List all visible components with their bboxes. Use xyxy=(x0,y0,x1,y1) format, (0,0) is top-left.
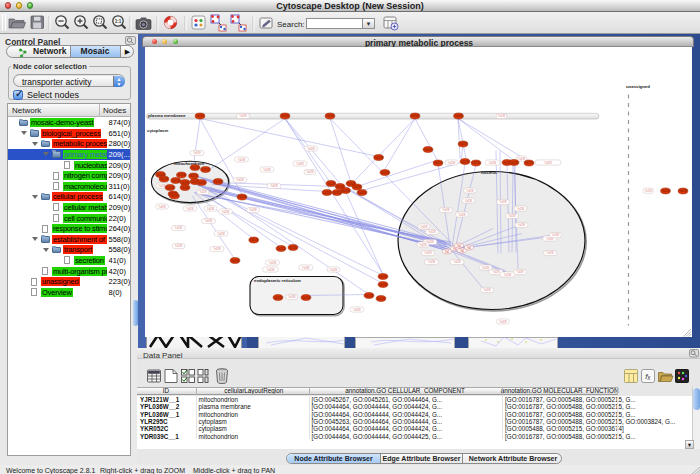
svg-text:cytoplasm: cytoplasm xyxy=(147,127,168,132)
svg-text:Yxl2W: Yxl2W xyxy=(465,198,473,202)
svg-text:mitochondrion: mitochondrion xyxy=(174,160,204,165)
svg-text:Yxl2W: Yxl2W xyxy=(193,151,201,155)
svg-text:Yb21W: Yb21W xyxy=(374,155,383,159)
svg-text:nucleus: nucleus xyxy=(481,169,498,174)
svg-text:Yxl2W: Yxl2W xyxy=(199,190,207,194)
svg-text:Yxl2W: Yxl2W xyxy=(222,209,230,213)
svg-text:Yxl2W: Yxl2W xyxy=(504,272,512,276)
svg-text:Yxl2W: Yxl2W xyxy=(306,170,314,174)
svg-text:fₓ: fₓ xyxy=(645,372,650,381)
svg-text:Yb21W: Yb21W xyxy=(353,185,362,189)
svg-text:Yxl2W: Yxl2W xyxy=(238,157,246,161)
svg-text:Yxl2W: Yxl2W xyxy=(544,160,552,164)
svg-text:Yxl2W: Yxl2W xyxy=(419,242,427,246)
svg-text:Yxl2W: Yxl2W xyxy=(236,178,244,182)
svg-text:Yxl2W: Yxl2W xyxy=(442,208,450,212)
svg-text:Yxl2W: Yxl2W xyxy=(186,206,194,210)
svg-text:Yb21W: Yb21W xyxy=(472,161,481,165)
svg-text:Yb2: Yb2 xyxy=(467,245,472,249)
svg-text:Yb21W: Yb21W xyxy=(171,178,180,182)
svg-text:Yb21W: Yb21W xyxy=(277,246,286,250)
svg-text:Yxl2W: Yxl2W xyxy=(499,200,507,204)
svg-text:Yxl2W: Yxl2W xyxy=(448,160,456,164)
svg-text:Yb21W: Yb21W xyxy=(249,238,258,242)
svg-text:Yb2: Yb2 xyxy=(445,249,450,253)
svg-text:Yb21W: Yb21W xyxy=(189,174,198,178)
svg-text:Yb21W: Yb21W xyxy=(181,180,190,184)
svg-text:Yxl2W: Yxl2W xyxy=(492,270,500,274)
svg-text:Yxl2W: Yxl2W xyxy=(498,114,506,118)
svg-text:Yxl2W: Yxl2W xyxy=(288,295,296,299)
svg-text:Yb21W: Yb21W xyxy=(365,293,374,297)
svg-text:Yxl2W: Yxl2W xyxy=(205,219,213,223)
svg-text:Yb21W: Yb21W xyxy=(459,142,468,146)
svg-text:Yb21W: Yb21W xyxy=(333,190,342,194)
svg-text:Yxl2W: Yxl2W xyxy=(239,114,247,118)
svg-text:Yxl2W: Yxl2W xyxy=(217,231,225,235)
svg-text:Yxl2W: Yxl2W xyxy=(466,188,474,192)
svg-text:Yxl2W: Yxl2W xyxy=(483,288,491,292)
svg-text:Yb21W: Yb21W xyxy=(358,190,367,194)
svg-text:Yb21W: Yb21W xyxy=(377,296,386,300)
svg-text:Yb21W: Yb21W xyxy=(341,188,350,192)
svg-text:Yxl2W: Yxl2W xyxy=(249,208,257,212)
svg-text:Yb21W: Yb21W xyxy=(454,114,463,118)
svg-text:Yb21W: Yb21W xyxy=(197,180,206,184)
svg-text:Yxl2W: Yxl2W xyxy=(267,267,275,271)
svg-text:Yb21W: Yb21W xyxy=(201,167,210,171)
svg-text:Yxl2W: Yxl2W xyxy=(517,206,525,210)
svg-text:Yxl2W: Yxl2W xyxy=(270,184,278,188)
svg-text:Yxl2W: Yxl2W xyxy=(482,265,490,269)
svg-text:Yb21W: Yb21W xyxy=(181,185,190,189)
svg-text:Yb21W: Yb21W xyxy=(381,170,390,174)
svg-text:Yxl2W: Yxl2W xyxy=(428,260,436,264)
svg-text:Yb21W: Yb21W xyxy=(434,161,443,165)
svg-text:Yb21W: Yb21W xyxy=(196,114,205,118)
svg-text:Yxl2W: Yxl2W xyxy=(546,251,554,255)
svg-text:Yxl2W: Yxl2W xyxy=(428,230,436,234)
svg-text:Yb21W: Yb21W xyxy=(281,114,290,118)
svg-text:unassigned: unassigned xyxy=(626,83,650,88)
svg-text:Yxl2W: Yxl2W xyxy=(269,260,277,264)
svg-text:Yb21W: Yb21W xyxy=(326,114,335,118)
svg-text:Yxl2W: Yxl2W xyxy=(645,188,653,192)
svg-text:Yxl2W: Yxl2W xyxy=(158,204,166,208)
svg-text:Yxl2W: Yxl2W xyxy=(213,247,221,251)
svg-text:Yxl2W: Yxl2W xyxy=(207,206,215,210)
svg-text:1:1: 1:1 xyxy=(115,19,122,24)
svg-text:Yb21W: Yb21W xyxy=(238,195,247,199)
svg-text:Yb21W: Yb21W xyxy=(166,185,175,189)
svg-text:Yb21W: Yb21W xyxy=(327,181,336,185)
svg-text:Yxl2W: Yxl2W xyxy=(175,244,183,248)
svg-text:Yb21W: Yb21W xyxy=(160,177,169,181)
svg-text:Yxl2W: Yxl2W xyxy=(420,224,428,228)
svg-text:Yxl2W: Yxl2W xyxy=(175,226,183,230)
svg-text:Yb21W: Yb21W xyxy=(170,194,179,198)
svg-text:Yb21W: Yb21W xyxy=(411,114,420,118)
svg-text:Yb21W: Yb21W xyxy=(379,282,388,286)
svg-text:Yb21W: Yb21W xyxy=(289,245,298,249)
svg-text:Yb21W: Yb21W xyxy=(191,165,200,169)
svg-text:Yxl2W: Yxl2W xyxy=(458,212,466,216)
svg-text:Yxl2W: Yxl2W xyxy=(353,307,361,311)
svg-text:Yxl2W: Yxl2W xyxy=(296,161,304,165)
svg-text:Yb21W: Yb21W xyxy=(323,190,332,194)
svg-text:Yb21W: Yb21W xyxy=(679,189,688,193)
svg-text:Yxl2W: Yxl2W xyxy=(552,233,560,237)
svg-text:Yb21W: Yb21W xyxy=(214,179,223,183)
svg-text:plasma membrane: plasma membrane xyxy=(148,113,186,118)
svg-text:Yb21W: Yb21W xyxy=(525,161,534,165)
svg-text:Yxl2W: Yxl2W xyxy=(489,160,497,164)
svg-text:Yxl2W: Yxl2W xyxy=(518,156,526,160)
svg-text:Yxl2W: Yxl2W xyxy=(302,265,310,269)
svg-text:Yb21W: Yb21W xyxy=(424,147,433,151)
svg-text:Yxl2W: Yxl2W xyxy=(263,167,271,171)
svg-text:Yxl2W: Yxl2W xyxy=(453,260,461,264)
svg-text:Yxl2W: Yxl2W xyxy=(424,251,432,255)
svg-text:Yb21W: Yb21W xyxy=(379,274,388,278)
svg-text:Yxl2W: Yxl2W xyxy=(330,267,338,271)
svg-text:Yb21W: Yb21W xyxy=(461,159,470,163)
svg-text:Yb21W: Yb21W xyxy=(177,173,186,177)
svg-text:Yxl2W: Yxl2W xyxy=(518,223,526,227)
svg-text:Yb21W: Yb21W xyxy=(231,258,240,262)
